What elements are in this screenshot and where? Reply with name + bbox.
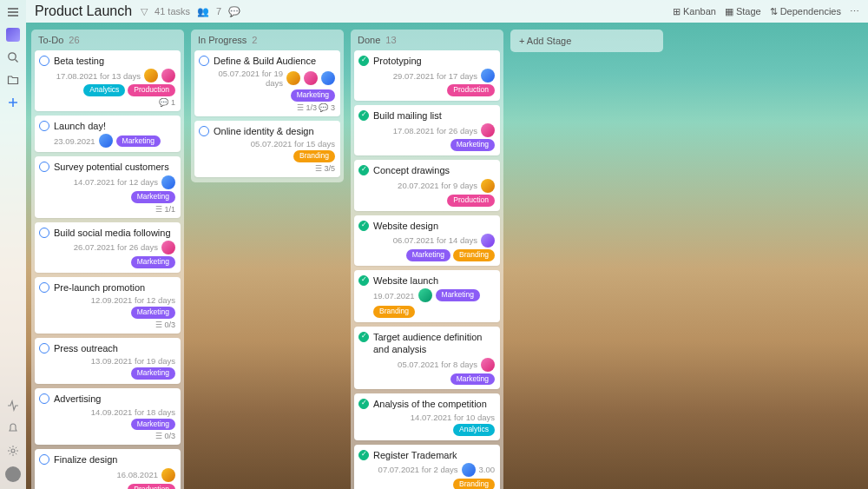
status-ring-icon[interactable]: [358, 110, 369, 121]
hamburger-icon[interactable]: [6, 5, 20, 19]
status-ring-icon[interactable]: [39, 228, 49, 238]
people-icon[interactable]: 👥: [197, 6, 209, 17]
avatar: [99, 134, 113, 148]
status-ring-icon[interactable]: [39, 121, 49, 131]
status-ring-icon[interactable]: [358, 165, 369, 175]
search-icon[interactable]: [6, 50, 20, 64]
card-title: Build mailing list: [373, 109, 495, 122]
card-title: Survey potential customers: [54, 161, 175, 173]
tag-production: Production: [447, 84, 495, 96]
card-title: Target audience definition and analysis: [373, 331, 495, 356]
card-date: 14.07.2021 for 12 days: [54, 175, 175, 189]
folder-icon[interactable]: [6, 73, 20, 87]
task-card[interactable]: Survey potential customers14.07.2021 for…: [35, 156, 181, 217]
status-ring-icon[interactable]: [358, 275, 369, 286]
app-logo-icon[interactable]: [6, 28, 20, 42]
avatar: [481, 234, 495, 248]
comments-icon[interactable]: 💬: [228, 6, 240, 17]
user-avatar[interactable]: [5, 466, 21, 482]
task-card[interactable]: Beta testing17.08.2021 for 13 daysAnalyt…: [35, 50, 181, 111]
kanban-view-button[interactable]: ⊞ Kanban: [673, 6, 716, 17]
status-ring-icon[interactable]: [39, 393, 49, 404]
status-ring-icon[interactable]: [199, 126, 209, 136]
status-ring-icon[interactable]: [358, 221, 369, 231]
task-card[interactable]: Press outreach13.09.2021 for 19 daysMark…: [35, 338, 181, 384]
avatar: [462, 463, 476, 477]
card-title: Online identity & design: [214, 125, 335, 137]
svg-point-1: [11, 449, 15, 453]
tasks-count[interactable]: 41 tasks: [155, 6, 190, 17]
task-card[interactable]: Concept drawings20.07.2021 for 9 daysPro…: [354, 160, 500, 210]
status-ring-icon[interactable]: [199, 56, 209, 66]
task-card[interactable]: Build social media following26.07.2021 f…: [35, 222, 181, 273]
card-title: Define & Build Audience: [214, 55, 335, 67]
avatar: [161, 175, 175, 189]
activity-icon[interactable]: [6, 399, 20, 413]
column-title: To-Do: [38, 35, 63, 45]
card-title: Press outreach: [54, 342, 175, 354]
tag-marketing: Marketing: [131, 256, 175, 268]
card-date: 05.07.2021 for 19 days: [214, 69, 335, 88]
status-ring-icon[interactable]: [39, 454, 49, 465]
card-date: 19.07.2021: [373, 291, 415, 301]
card-date: 05.07.2021 for 8 days: [373, 358, 495, 372]
task-card[interactable]: Define & Build Audience05.07.2021 for 19…: [194, 50, 340, 116]
plus-icon[interactable]: [6, 96, 20, 109]
task-card[interactable]: Pre-launch promotion12.09.2021 for 12 da…: [35, 277, 181, 334]
tag-branding: Branding: [373, 306, 415, 318]
card-title: Website launch: [373, 274, 495, 287]
card-date: 12.09.2021 for 12 days: [54, 295, 175, 305]
status-ring-icon[interactable]: [39, 162, 49, 172]
card-date: 17.08.2021 for 26 days: [373, 123, 495, 137]
card-date: 26.07.2021 for 26 days: [54, 241, 175, 254]
task-card[interactable]: Online identity & design05.07.2021 for 1…: [194, 121, 340, 177]
task-card[interactable]: Prototyping29.07.2021 for 17 daysProduct…: [354, 50, 500, 101]
card-title: Pre-launch promotion: [54, 281, 175, 294]
header-bar: Product Launch ▽ 41 tasks 👥 7 💬 ⊞ Kanban…: [26, 0, 868, 23]
card-title: Finalize design: [54, 453, 175, 466]
status-ring-icon[interactable]: [39, 282, 49, 293]
column-header[interactable]: Done 13: [351, 30, 503, 50]
card-subinfo: 💬 1: [54, 98, 175, 107]
column-header[interactable]: To-Do 26: [31, 30, 184, 50]
avatar: [286, 71, 300, 85]
tag-marketing: Marketing: [131, 419, 175, 431]
card-title: Launch day!: [54, 120, 175, 132]
card-date: 06.07.2021 for 14 days: [373, 234, 495, 248]
status-ring-icon[interactable]: [39, 56, 49, 66]
card-date: 14.07.2021 for 10 days: [373, 413, 495, 422]
kanban-board: To-Do 26Beta testing17.08.2021 for 13 da…: [26, 23, 868, 489]
task-card[interactable]: Website design06.07.2021 for 14 daysMark…: [354, 215, 500, 266]
stage-view-button[interactable]: ▦ Stage: [725, 6, 761, 17]
tag-branding: Branding: [453, 479, 495, 489]
status-ring-icon[interactable]: [358, 56, 369, 66]
status-ring-icon[interactable]: [39, 343, 49, 354]
column-count: 2: [252, 35, 257, 45]
column-title: Done: [358, 35, 380, 45]
task-card[interactable]: Launch day!23.09.2021Marketing: [35, 116, 181, 152]
task-card[interactable]: Advertising14.09.2021 for 18 daysMarketi…: [35, 388, 181, 445]
task-card[interactable]: Finalize design16.08.2021Production: [35, 449, 181, 489]
task-card[interactable]: Analysis of the competition14.07.2021 fo…: [354, 393, 500, 439]
status-ring-icon[interactable]: [358, 332, 369, 342]
status-ring-icon[interactable]: [358, 450, 369, 460]
task-card[interactable]: Website launch19.07.2021MarketingBrandin…: [354, 270, 500, 322]
column-header[interactable]: In Progress 2: [191, 30, 344, 50]
card-subinfo: ☰ 0/3: [54, 320, 175, 329]
add-stage-button[interactable]: + Add Stage: [510, 30, 663, 52]
more-menu-icon[interactable]: ⋯: [850, 6, 859, 17]
people-count: 7: [216, 6, 221, 17]
tasks-filter-icon[interactable]: ▽: [141, 6, 148, 17]
card-title: Website design: [373, 220, 495, 232]
gear-icon[interactable]: [6, 444, 20, 458]
bell-icon[interactable]: [6, 421, 20, 435]
tag-marketing: Marketing: [436, 289, 480, 301]
dependencies-view-button[interactable]: ⇅ Dependencies: [770, 6, 841, 17]
task-card[interactable]: Build mailing list17.08.2021 for 26 days…: [354, 105, 500, 155]
task-card[interactable]: Target audience definition and analysis0…: [354, 327, 500, 389]
status-ring-icon[interactable]: [358, 399, 369, 409]
avatar: [304, 71, 318, 85]
tag-marketing: Marketing: [291, 89, 335, 102]
task-card[interactable]: Register Trademark07.07.2021 for 2 days3…: [354, 445, 500, 489]
tag-analytics: Analytics: [453, 424, 495, 436]
